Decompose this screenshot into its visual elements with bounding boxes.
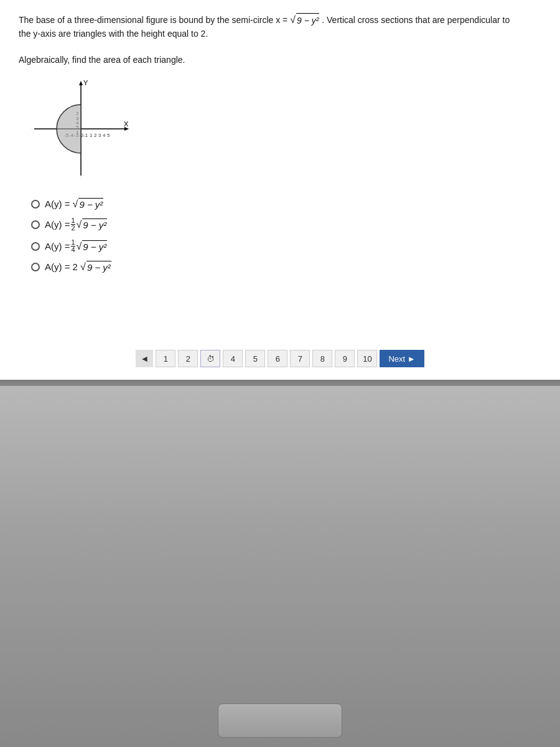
svg-text:5: 5: [107, 133, 110, 138]
page-9[interactable]: 9: [335, 350, 355, 367]
answer-choices: A(y) = √ 9 − y² A(y) = 12 √ 9 − y² A(y) …: [31, 198, 541, 273]
radio-d[interactable]: [31, 263, 40, 271]
choice-b[interactable]: A(y) = 12 √ 9 − y²: [31, 217, 541, 232]
choice-a[interactable]: A(y) = √ 9 − y²: [31, 198, 541, 210]
radio-a[interactable]: [31, 200, 40, 209]
svg-text:Y: Y: [83, 79, 88, 87]
pagination: ◄ 1 2 ⏱ 4 5 6 7 8 9 10 Next ►: [12, 350, 548, 367]
choice-d[interactable]: A(y) = 2 √ 9 − y²: [31, 261, 541, 273]
choice-b-math: A(y) = 12 √ 9 − y²: [45, 217, 107, 232]
question-block: The base of a three-dimensional figure i…: [19, 12, 541, 67]
page-8[interactable]: 8: [312, 350, 332, 367]
page-7[interactable]: 7: [290, 350, 310, 367]
prev-page-button[interactable]: ◄: [136, 350, 153, 367]
question-line2: the y-axis are triangles with the height…: [19, 27, 541, 40]
page-3-clock[interactable]: ⏱: [200, 350, 220, 367]
choice-c[interactable]: A(y) = 14 √ 9 − y²: [31, 239, 541, 253]
page-2[interactable]: 2: [178, 350, 198, 367]
page-5[interactable]: 5: [245, 350, 265, 367]
svg-marker-4: [79, 81, 83, 85]
next-button[interactable]: Next ►: [380, 350, 424, 367]
page-4[interactable]: 4: [223, 350, 243, 367]
svg-text:-1: -1: [83, 133, 88, 138]
page-6[interactable]: 6: [268, 350, 287, 367]
choice-c-math: A(y) = 14 √ 9 − y²: [45, 239, 107, 253]
screen: The base of a three-dimensional figure i…: [0, 0, 560, 386]
page-10[interactable]: 10: [357, 350, 377, 367]
page-1[interactable]: 1: [156, 350, 175, 367]
radio-b[interactable]: [31, 220, 40, 229]
laptop-body: MacBook Air ☀ 🔅 🔆 ⊞⊞ ⊡ ☀ ✦ ⏮ ⏯ ⏭ 🔇 🔉 🔊 ~…: [0, 386, 560, 747]
svg-text:X: X: [124, 120, 129, 128]
coordinate-graph: Y X -5 -4 -3 -2 -1 1 2 3 4 5 2 3 4 5 1: [31, 79, 131, 179]
question-line3: Algebraically, find the area of each tri…: [19, 54, 541, 67]
choice-a-math: A(y) = √ 9 − y²: [45, 198, 103, 210]
question-line1: The base of a three-dimensional figure i…: [19, 12, 541, 27]
svg-text:2: 2: [94, 133, 97, 138]
equation-sqrt: √ 9 − y²: [290, 12, 319, 27]
radio-c[interactable]: [31, 242, 40, 251]
svg-text:4: 4: [103, 133, 106, 138]
choice-d-math: A(y) = 2 √ 9 − y²: [45, 261, 111, 273]
touchpad[interactable]: [218, 703, 342, 738]
svg-text:1: 1: [90, 133, 93, 138]
graph-container: Y X -5 -4 -3 -2 -1 1 2 3 4 5 2 3 4 5 1: [31, 79, 131, 181]
svg-text:3: 3: [98, 133, 101, 138]
